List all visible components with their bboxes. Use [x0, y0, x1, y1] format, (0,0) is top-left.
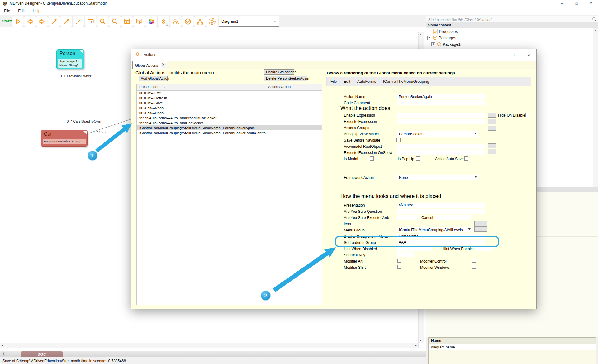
hint-when-enabled-field[interactable]: [474, 246, 493, 251]
execute-expression-ellipsis-button[interactable]: ...: [488, 119, 496, 124]
arrow-forward-icon[interactable]: [36, 16, 48, 27]
preview-menu-edit[interactable]: Edit: [344, 79, 350, 84]
dashed-line-icon[interactable]: [72, 16, 85, 27]
class-person[interactable]: Person Age: Integer? Name: String?: [56, 49, 84, 69]
viewmodel-rootobject-field[interactable]: [397, 144, 485, 149]
minimize-icon[interactable]: ─: [496, 51, 506, 59]
menu-help[interactable]: Help: [29, 9, 45, 13]
start-button[interactable]: Start!: [2, 19, 12, 23]
form-window-icon[interactable]: [121, 16, 133, 27]
rings-icon[interactable]: [206, 16, 218, 27]
ensure-std-actions-button[interactable]: Ensure Std Actions: [264, 69, 294, 75]
preview-menu-icontrolthemenugrouping[interactable]: IControlTheMenuGrouping: [383, 79, 429, 84]
delete-personseekeragain-button[interactable]: Delete PersonSeekerAgain: [264, 76, 307, 81]
modifier-windows-checkbox[interactable]: [472, 265, 476, 269]
framework-action-dropdown[interactable]: None: [397, 175, 478, 180]
presentation-field[interactable]: [397, 203, 485, 208]
close-icon[interactable]: ✕: [584, 0, 598, 7]
execute-expression-onshow-field[interactable]: [397, 150, 485, 155]
maximize-icon[interactable]: □: [510, 51, 520, 59]
execute-expression-field[interactable]: [397, 119, 485, 124]
is-pop-up-checkbox[interactable]: [416, 156, 420, 161]
maximize-icon[interactable]: □: [569, 0, 584, 7]
tree-item-package1[interactable]: + Package1: [431, 42, 461, 47]
scroll-up-icon[interactable]: ▲: [593, 28, 597, 33]
minimize-icon[interactable]: ─: [555, 0, 569, 7]
viewmodel-rootobject-ellipsis-button[interactable]: ...: [488, 143, 496, 148]
diagram-selector[interactable]: Diagram1 ⌄: [219, 16, 279, 27]
name-property-value[interactable]: diagram.name: [429, 344, 596, 350]
icon-ellipsis-button[interactable]: ...: [474, 221, 487, 226]
canvas-horizontal-scrollbar[interactable]: ◄ ►: [0, 343, 419, 348]
scroll-down-icon[interactable]: ▼: [419, 338, 423, 343]
scroll-up-icon[interactable]: ▲: [419, 32, 423, 36]
global-actions-list[interactable]: Presentation ▼ Access Group 001File---Ex…: [136, 84, 322, 305]
column-presentation[interactable]: Presentation: [139, 85, 159, 89]
list-item[interactable]: IControlTheMenuGrouping/AtAllLevels-Some…: [137, 130, 322, 135]
save-before-navigate-checkbox[interactable]: [396, 138, 401, 142]
is-modal-checkbox[interactable]: [370, 156, 374, 161]
search-input[interactable]: [428, 16, 588, 22]
collapse-icon[interactable]: −: [427, 36, 431, 40]
add-global-action-button[interactable]: Add Global Action: [139, 76, 168, 81]
tree-item-processes[interactable]: » Processes: [433, 29, 458, 34]
tab-doc[interactable]: DOC: [21, 351, 63, 357]
cancel-verb-field[interactable]: [434, 215, 471, 220]
preview-menu-file[interactable]: File: [330, 79, 337, 84]
dialog-title-bar[interactable]: ⚙ Actions ─ □ ✕: [131, 49, 536, 61]
panel-vertical-scrollbar[interactable]: ▲ ▼: [593, 28, 598, 200]
pattern-nodes-icon[interactable]: [194, 16, 206, 27]
action-name-field[interactable]: [397, 94, 485, 99]
column-access-group[interactable]: Access Group: [268, 85, 291, 89]
list-item[interactable]: 001File---Refresh: [137, 96, 322, 100]
are-you-sure-question-field[interactable]: [397, 209, 485, 214]
preview-menu-autoforms[interactable]: AutoForms: [357, 79, 376, 84]
modifier-control-checkbox[interactable]: [472, 259, 476, 263]
search-icon[interactable]: [592, 17, 596, 21]
check-circle-icon[interactable]: [182, 16, 194, 27]
menu-group-dropdown[interactable]: IControlTheMenuGrouping/AtAllLevels: [397, 227, 472, 232]
list-item-selected[interactable]: IControlTheMenuGrouping/AtAllLevels-Some…: [137, 125, 322, 130]
menu-file[interactable]: File: [0, 9, 14, 13]
shortcut-key-field[interactable]: [397, 252, 414, 257]
zoom-out-icon[interactable]: [109, 16, 121, 27]
list-item[interactable]: 002Edit---Undo: [137, 110, 322, 115]
scroll-left-icon[interactable]: ◄: [0, 343, 5, 347]
are-you-sure-execute-verb-field[interactable]: [397, 215, 419, 220]
select-frame-icon[interactable]: [84, 16, 97, 27]
enable-expression-field[interactable]: [397, 113, 485, 118]
list-item[interactable]: 001File---Save: [137, 100, 322, 105]
access-groups-ellipsis-button[interactable]: ...: [488, 126, 496, 131]
menu-edit[interactable]: Edit: [14, 9, 29, 13]
tab-close-icon[interactable]: X: [161, 63, 166, 68]
list-item[interactable]: 99999AutoForms---AutoFormBrandOfCarSeeke…: [137, 115, 322, 120]
association-directed-icon[interactable]: [60, 16, 73, 27]
scroll-right-icon[interactable]: ►: [414, 343, 418, 347]
sort-order-in-group-field[interactable]: [397, 240, 485, 245]
list-item[interactable]: 001File---Exit: [137, 91, 322, 96]
execute-expression-onshow-ellipsis-button[interactable]: ...: [488, 149, 496, 154]
tab-global-actions[interactable]: Global Actions X: [132, 61, 167, 69]
user-key-icon[interactable]: [169, 16, 182, 27]
close-icon[interactable]: ✕: [524, 51, 534, 59]
divider-group-field[interactable]: [397, 234, 485, 239]
zoom-in-icon[interactable]: [97, 16, 109, 27]
hint-when-disabled-field[interactable]: [397, 246, 432, 251]
association-arrow-icon[interactable]: [48, 16, 60, 27]
code-comment-field[interactable]: [397, 100, 485, 105]
modifier-shift-checkbox[interactable]: [397, 265, 401, 269]
tree-item-packages[interactable]: − Packages: [427, 35, 456, 40]
action-auto-saves-checkbox[interactable]: [464, 156, 468, 161]
class-car[interactable]: Car RegistrationNumber: String?: [41, 130, 88, 147]
play-icon[interactable]: [12, 16, 24, 27]
modifier-alt-checkbox[interactable]: [397, 259, 401, 263]
list-header[interactable]: Presentation ▼ Access Group: [137, 84, 322, 91]
bring-up-view-model-dropdown[interactable]: PersonSeeker: [397, 131, 478, 137]
list-item[interactable]: 002Edit---Redo: [137, 105, 322, 110]
tab-scroll-left-icon[interactable]: ❮: [2, 352, 5, 355]
enable-expression-ellipsis-button[interactable]: ...: [488, 113, 496, 118]
hide-on-disable-checkbox[interactable]: [525, 113, 529, 117]
expand-icon[interactable]: +: [431, 42, 435, 46]
gears-icon[interactable]: ⚙⚙: [157, 16, 170, 27]
run-form-icon[interactable]: [133, 16, 145, 27]
